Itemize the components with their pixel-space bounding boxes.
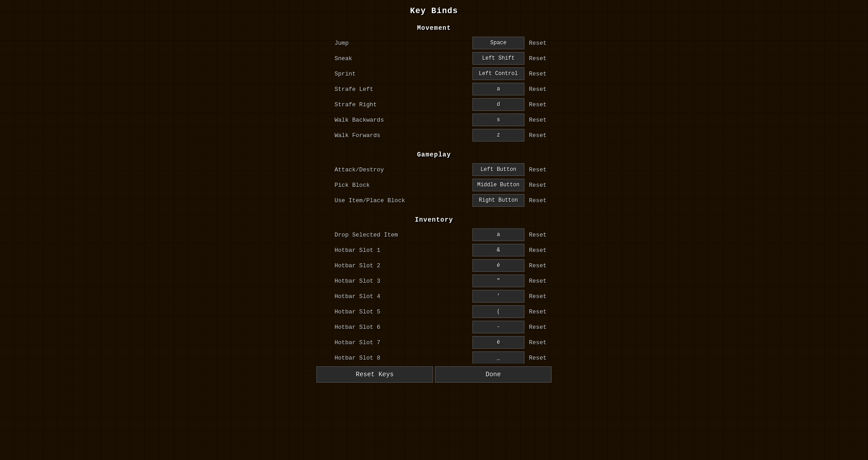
key-binding-button[interactable]: Left Button xyxy=(472,163,524,176)
section-header-movement: Movement xyxy=(307,20,561,35)
table-row: Hotbar Slot 8_Reset xyxy=(307,350,561,364)
table-row: Strafe RightdReset xyxy=(307,97,561,112)
keybind-action-label: Pick Block xyxy=(335,182,472,189)
table-row: Strafe LeftaReset xyxy=(307,81,561,97)
table-row: Hotbar Slot 2éReset xyxy=(307,258,561,273)
reset-binding-button[interactable]: Reset xyxy=(529,293,552,300)
reset-binding-button[interactable]: Reset xyxy=(529,55,552,62)
reset-binding-button[interactable]: Reset xyxy=(529,355,552,361)
reset-binding-button[interactable]: Reset xyxy=(529,247,552,254)
reset-binding-button[interactable]: Reset xyxy=(529,232,552,238)
key-binding-button[interactable]: z xyxy=(472,129,524,142)
scroll-area[interactable]: MovementJumpSpaceResetSneakLeft ShiftRes… xyxy=(307,20,561,364)
reset-binding-button[interactable]: Reset xyxy=(529,339,552,346)
keybind-action-label: Hotbar Slot 3 xyxy=(335,278,472,285)
keybind-action-label: Attack/Destroy xyxy=(335,166,472,173)
keybind-action-label: Hotbar Slot 8 xyxy=(335,355,472,361)
keybind-action-label: Hotbar Slot 4 xyxy=(335,293,472,300)
reset-binding-button[interactable]: Reset xyxy=(529,71,552,77)
table-row: Hotbar Slot 1&Reset xyxy=(307,242,561,258)
reset-binding-button[interactable]: Reset xyxy=(529,197,552,204)
panel-title: Key Binds xyxy=(410,0,458,20)
reset-binding-button[interactable]: Reset xyxy=(529,117,552,123)
keybind-action-label: Use Item/Place Block xyxy=(335,197,472,204)
reset-binding-button[interactable]: Reset xyxy=(529,262,552,269)
key-binding-button[interactable]: a xyxy=(472,83,524,95)
table-row: Hotbar Slot 4'Reset xyxy=(307,289,561,304)
reset-binding-button[interactable]: Reset xyxy=(529,324,552,331)
section-header-inventory: Inventory xyxy=(307,212,561,227)
keybind-action-label: Walk Forwards xyxy=(335,132,472,139)
keybind-action-label: Hotbar Slot 7 xyxy=(335,339,472,346)
bottom-buttons: Reset Keys Done xyxy=(307,364,561,385)
key-binding-button[interactable]: ' xyxy=(472,290,524,303)
table-row: Hotbar Slot 5(Reset xyxy=(307,304,561,319)
key-binding-button[interactable]: - xyxy=(472,321,524,333)
section-header-gameplay: Gameplay xyxy=(307,147,561,162)
keybind-action-label: Hotbar Slot 5 xyxy=(335,308,472,315)
reset-binding-button[interactable]: Reset xyxy=(529,101,552,108)
keybind-action-label: Hotbar Slot 1 xyxy=(335,247,472,254)
keybind-action-label: Sprint xyxy=(335,71,472,77)
key-binding-button[interactable]: _ xyxy=(472,351,524,364)
key-binding-button[interactable]: Left Control xyxy=(472,67,524,80)
key-binding-button[interactable]: Left Shift xyxy=(472,52,524,65)
keybinds-panel: Key Binds MovementJumpSpaceResetSneakLef… xyxy=(307,0,561,385)
key-binding-button[interactable]: è xyxy=(472,336,524,349)
key-binding-button[interactable]: Middle Button xyxy=(472,179,524,191)
keybind-action-label: Hotbar Slot 6 xyxy=(335,324,472,331)
keybind-action-label: Drop Selected Item xyxy=(335,232,472,238)
key-binding-button[interactable]: d xyxy=(472,98,524,111)
key-binding-button[interactable]: " xyxy=(472,275,524,287)
table-row: Walk BackwardssReset xyxy=(307,112,561,128)
table-row: Use Item/Place BlockRight ButtonReset xyxy=(307,193,561,208)
table-row: SprintLeft ControlReset xyxy=(307,66,561,81)
reset-binding-button[interactable]: Reset xyxy=(529,278,552,285)
table-row: Hotbar Slot 6-Reset xyxy=(307,319,561,335)
reset-binding-button[interactable]: Reset xyxy=(529,166,552,173)
reset-binding-button[interactable]: Reset xyxy=(529,182,552,189)
key-binding-button[interactable]: Space xyxy=(472,37,524,49)
done-button[interactable]: Done xyxy=(435,366,552,383)
reset-keys-button[interactable]: Reset Keys xyxy=(316,366,433,383)
key-binding-button[interactable]: é xyxy=(472,259,524,272)
keybind-action-label: Strafe Right xyxy=(335,101,472,108)
key-binding-button[interactable]: & xyxy=(472,244,524,256)
key-binding-button[interactable]: Right Button xyxy=(472,194,524,207)
reset-binding-button[interactable]: Reset xyxy=(529,132,552,139)
reset-binding-button[interactable]: Reset xyxy=(529,86,552,93)
keybind-action-label: Strafe Left xyxy=(335,86,472,93)
table-row: Walk ForwardszReset xyxy=(307,128,561,143)
keybind-action-label: Sneak xyxy=(335,55,472,62)
table-row: SneakLeft ShiftReset xyxy=(307,51,561,66)
table-row: JumpSpaceReset xyxy=(307,35,561,51)
table-row: Attack/DestroyLeft ButtonReset xyxy=(307,162,561,177)
table-row: Drop Selected ItemaReset xyxy=(307,227,561,242)
table-row: Pick BlockMiddle ButtonReset xyxy=(307,177,561,193)
key-binding-button[interactable]: s xyxy=(472,114,524,126)
reset-binding-button[interactable]: Reset xyxy=(529,308,552,315)
key-binding-button[interactable]: a xyxy=(472,228,524,241)
keybind-action-label: Jump xyxy=(335,40,472,47)
key-binding-button[interactable]: ( xyxy=(472,305,524,318)
table-row: Hotbar Slot 7èReset xyxy=(307,335,561,350)
keybind-action-label: Hotbar Slot 2 xyxy=(335,262,472,269)
keybind-action-label: Walk Backwards xyxy=(335,117,472,123)
reset-binding-button[interactable]: Reset xyxy=(529,40,552,47)
table-row: Hotbar Slot 3"Reset xyxy=(307,273,561,289)
